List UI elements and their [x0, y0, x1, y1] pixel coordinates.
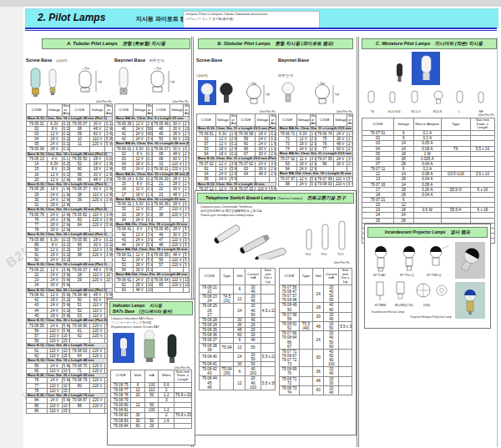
svg-text:KP 770 LQ: KP 770 LQ [400, 274, 414, 277]
table-cell: 2 W [62, 177, 69, 182]
table-cell: 2050 [245, 352, 261, 361]
table-cell: 5 W [146, 277, 152, 282]
table-cell: 79 08 444546 [200, 376, 220, 390]
table-cell: 15 W [62, 338, 69, 343]
projector-lamps-box: Incandescent Projector Lamps 영사 램프 KP 75… [364, 224, 491, 329]
table-cell: 5 W [184, 262, 190, 267]
table-cell: 3 W [105, 212, 113, 217]
table-cell: 5 W [184, 242, 190, 247]
table-cell [261, 343, 275, 352]
table-cell: 3 W [184, 162, 190, 167]
table-cell: 2 W [310, 162, 316, 167]
table-cell: 2 W [230, 136, 236, 141]
table-cell: 79 08 78 [111, 392, 131, 397]
table-cell [299, 331, 312, 350]
table-cell: 79 08 7374 [280, 385, 300, 395]
table-cell: 20405060 [324, 284, 339, 303]
table-cell: 79 06 64 [152, 277, 170, 282]
subtable-title: Base E-10, Clear, Dia. 11 x Length 23.5 … [197, 127, 276, 132]
table-cell: 220 V [170, 212, 184, 217]
section-c-title-korean: 미니어처 (작은) 지시등 [435, 41, 483, 46]
telephone-lamps-photo [202, 219, 294, 259]
subtable-title: Base E-10, Clear, Dia. 10 x Length 33 mm… [27, 182, 113, 187]
table-cell: 79 06 36 [152, 202, 170, 207]
table-cell: 2040100 [245, 376, 261, 390]
table-cell: 5 W [184, 232, 190, 237]
table-cell: 79 05 75 [27, 212, 48, 217]
table-cell: 79 08 2122 [200, 284, 220, 294]
table-cell: 5 W [230, 167, 236, 172]
svg-text:↔ Dia: ↔ Dia [316, 82, 325, 85]
table-cell: 110 V [170, 237, 184, 242]
column-header: Voltage [393, 118, 413, 131]
table-cell: 6 [234, 284, 245, 294]
table-cell: 79 06 21 [27, 268, 48, 273]
svg-text:Lgt: Lgt [266, 93, 270, 96]
table-cell: 79 06 58 [236, 131, 256, 136]
indicator-lamp-photo-dark [164, 333, 180, 365]
column-header: CODE [111, 370, 131, 382]
table-cell: 79 08 84 [111, 423, 131, 428]
table-cell: 5 W [105, 142, 113, 147]
subtable-title: Base E-10, Clear, Dia. 11 x Length 23.5 … [197, 157, 276, 162]
table-cell: 220 V [90, 363, 105, 368]
table-cell: 28 [312, 303, 323, 312]
table-cell: 1 W [62, 192, 69, 197]
data-table: CODEVoltageWatt or AmpereCODEVoltageWatt… [278, 113, 353, 187]
table-cell: 3 W [184, 207, 190, 212]
table-cell: 79 05 88 [27, 237, 48, 242]
table-cell: 79 05 13 [27, 157, 48, 162]
svg-text:↔ Dia: ↔ Dia [153, 67, 161, 70]
table-cell [220, 284, 234, 294]
column-header: Voltage [90, 104, 105, 117]
column-header: Watt or Ampere [230, 114, 236, 127]
table-cell: 5 W [62, 328, 69, 333]
table-cell: 79 07 95 [316, 156, 334, 161]
table-cell: 79 05 46 [152, 121, 170, 126]
table-cell: 79 08 48 [69, 293, 90, 298]
table-cell: 0.11 A [105, 121, 113, 126]
table-cell [175, 423, 192, 428]
table-cell: 0.11 A [146, 162, 152, 167]
svg-text:KP 75 AD: KP 75 AD [373, 274, 386, 277]
table-cell: 220 V [90, 142, 105, 147]
table-cell: 79 08 28 [200, 317, 220, 322]
table-cell: 5 W [184, 252, 190, 257]
table-cell: 79 08 41 [200, 362, 220, 367]
telephone-left-table: CODETypeVoltCurrent mASize mm Dia x Lgt7… [199, 268, 276, 390]
table-cell: 3 W [105, 248, 113, 253]
svg-text:T4.5: T4.5 [305, 253, 311, 256]
table-cell: 79 08 41 [27, 293, 48, 298]
table-cell: 5 W [184, 227, 190, 232]
header-note-box: Lámpara Piloto o Lámpara Tubular Лампочк… [183, 11, 320, 28]
table-cell: 2 W [230, 147, 236, 152]
table-cell: 5 W [105, 222, 113, 227]
column-header: Voltage [215, 114, 230, 127]
table-cell: T5.0A(30) [220, 367, 234, 376]
table-cell: 220 V [334, 182, 347, 187]
indicator-title: Indicator Lamps [113, 303, 145, 308]
section-b-title-korean: 환형 지시등 (파이로트 램프) [276, 41, 334, 46]
table-cell: 79 07 92 [279, 156, 297, 161]
table-cell [339, 303, 352, 312]
table-cell: 0.15 A [146, 152, 152, 157]
table-cell: 220 V [90, 383, 105, 388]
table-cell: 79 08 83 [111, 418, 131, 423]
table-cell: 3 W [105, 217, 113, 222]
table-cell: 5 W [62, 323, 69, 328]
table-cell: 2 W [184, 187, 190, 192]
table-cell: 3 W [105, 253, 113, 258]
table-cell [152, 288, 170, 293]
a-bayonet-column: Bayonet Base 끼우는식 ↔ Dia Lgt Unit Per Pc.… [114, 50, 190, 325]
table-cell: 2 W [62, 202, 69, 207]
subtable-title: Base E-10, Clear, Dia. 15 x Length 43 mm… [27, 263, 113, 268]
table-cell: 79 06 55 [152, 252, 170, 257]
indicator-title-2: BA7s Base [113, 309, 134, 314]
column-header: Watt or Ampere [184, 104, 190, 117]
table-cell: 79 08 4950 [280, 303, 300, 312]
data-table: CODEVoltsmAWattsSize mm Diam. x Length79… [110, 370, 192, 429]
table-cell: 110 V [170, 277, 184, 282]
table-cell: 63 [115, 288, 134, 293]
table-cell: 79 06 31 [115, 202, 134, 207]
table-cell: 5 W [62, 313, 69, 318]
